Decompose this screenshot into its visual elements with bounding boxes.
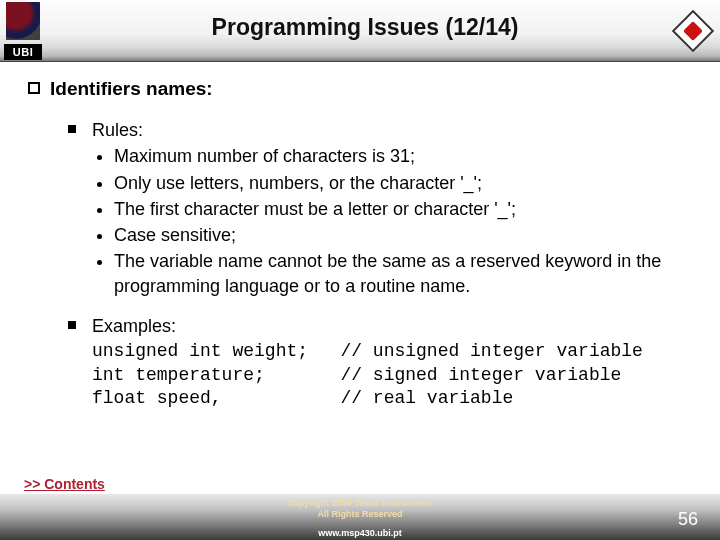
examples-block: Examples: unsigned int weight; // unsign… [68,314,692,410]
section-heading: Identifiers names: [50,78,213,100]
code-example: unsigned int weight; // unsigned integer… [92,340,643,410]
rule-item: Maximum number of characters is 31; [114,144,692,168]
rules-list: Maximum number of characters is 31; Only… [114,144,692,298]
ti-logo-icon [672,10,714,52]
copyright-line: All Rights Reserved [317,509,402,519]
ubi-label: UBI [4,44,42,60]
rule-item: The variable name cannot be the same as … [114,249,692,298]
hollow-square-bullet-icon [28,82,40,94]
filled-square-bullet-icon [68,125,76,133]
slide-body: Identifiers names: Rules: Maximum number… [28,78,692,484]
examples-label: Examples: [92,314,643,338]
copyright-text: Copyright 2009 Texas Instruments All Rig… [0,498,720,520]
slide-title: Programming Issues (12/14) [70,14,660,41]
rules-block: Rules: Maximum number of characters is 3… [68,118,692,300]
page-number: 56 [678,509,698,530]
title-bar: UBI Programming Issues (12/14) [0,0,720,62]
crest-logo [6,2,40,40]
rule-item: Only use letters, numbers, or the charac… [114,171,692,195]
filled-square-bullet-icon [68,321,76,329]
section-heading-row: Identifiers names: [28,78,692,100]
rules-label: Rules: [92,118,692,142]
rule-item: The first character must be a letter or … [114,197,692,221]
footer-bar: Copyright 2009 Texas Instruments All Rig… [0,494,720,540]
footer-url: www.msp430.ubi.pt [0,528,720,538]
copyright-line: Copyright 2009 Texas Instruments [287,498,433,508]
rule-item: Case sensitive; [114,223,692,247]
contents-link[interactable]: >> Contents [24,476,105,492]
